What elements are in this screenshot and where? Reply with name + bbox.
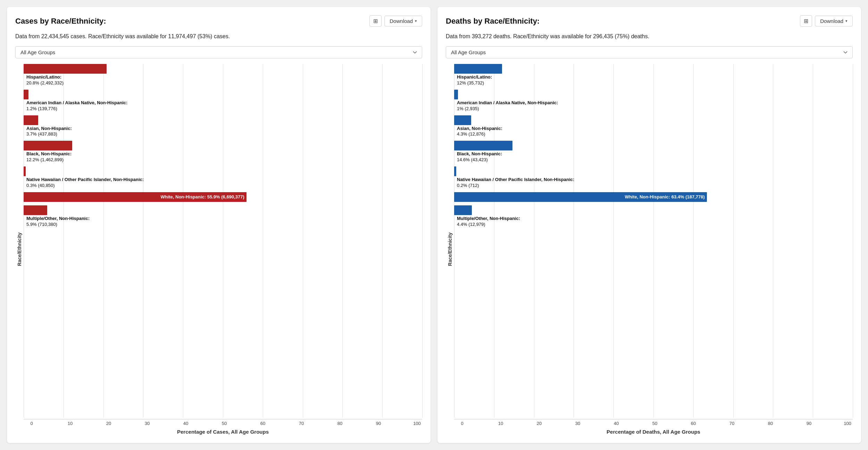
cases-chart-area: Race/Ethnicity Hispanic/Latino:20.8% (2,… [15, 64, 422, 435]
bar-row: American Indian / Alaska Native, Non-His… [24, 90, 422, 112]
deaths-bars-with-grid: Hispanic/Latino:12% (35,732)American Ind… [454, 64, 853, 418]
x-tick: 0 [457, 419, 467, 426]
bar-wrapper: Multiple/Other, Non-Hispanic:5.9% (710,3… [24, 205, 422, 228]
x-tick: 40 [611, 419, 621, 426]
bar-label-text: Native Hawaiian / Other Pacific Islander… [457, 176, 853, 189]
bar-wrapper: Asian, Non-Hispanic:3.7% (437,883) [24, 115, 422, 138]
x-tick: 30 [142, 419, 152, 426]
bar-row: Black, Non-Hispanic:12.2% (1,462,899) [24, 141, 422, 163]
bar [454, 115, 471, 125]
bar-label-text: Hispanic/Latino:20.8% (2,492,332) [26, 74, 422, 86]
bar: White, Non-Hispanic: 63.4% (187,778) [454, 192, 707, 202]
cases-age-select[interactable]: All Age Groups [15, 46, 422, 58]
deaths-y-axis-label: Race/Ethnicity [446, 232, 454, 266]
deaths-panel-header: Deaths by Race/Ethnicity: ⊞ Download ▾ [446, 15, 853, 27]
cases-x-axis-label: Percentage of Cases, All Age Groups [24, 429, 422, 435]
x-tick: 30 [573, 419, 583, 426]
x-tick: 100 [412, 419, 422, 426]
bar-wrapper: American Indian / Alaska Native, Non-His… [24, 90, 422, 112]
x-tick: 10 [495, 419, 506, 426]
x-tick: 50 [219, 419, 229, 426]
bar [24, 205, 47, 215]
x-tick: 60 [258, 419, 268, 426]
bar [24, 64, 107, 74]
bar [454, 205, 472, 215]
x-tick: 70 [296, 419, 307, 426]
x-tick: 90 [804, 419, 814, 426]
bar-wrapper: Black, Non-Hispanic:12.2% (1,462,899) [24, 141, 422, 163]
bar [24, 115, 38, 125]
bar-row: Asian, Non-Hispanic:3.7% (437,883) [24, 115, 422, 138]
bar-label-text: American Indian / Alaska Native, Non-His… [457, 99, 853, 112]
cases-age-filter-wrapper: All Age Groups [15, 46, 422, 58]
x-tick: 60 [688, 419, 699, 426]
deaths-age-select[interactable]: All Age Groups [446, 46, 853, 58]
cases-x-axis: 0102030405060708090100 [24, 419, 422, 426]
deaths-download-button[interactable]: Download ▾ [815, 16, 853, 26]
bar [454, 90, 458, 99]
cases-table-icon-button[interactable]: ⊞ [369, 15, 382, 27]
x-tick: 10 [65, 419, 75, 426]
deaths-description: Data from 393,272 deaths. Race/Ethnicity… [446, 32, 853, 41]
x-tick: 90 [373, 419, 384, 426]
bar-row: Hispanic/Latino:12% (35,732) [454, 64, 853, 86]
bar-row: White, Non-Hispanic: 63.4% (187,778) [454, 192, 853, 202]
bar [454, 141, 512, 150]
bar-wrapper: Asian, Non-Hispanic:4.3% (12,876) [454, 115, 853, 138]
x-tick: 80 [765, 419, 776, 426]
deaths-chart-area: Race/Ethnicity Hispanic/Latino:12% (35,7… [446, 64, 853, 435]
deaths-download-label: Download [820, 18, 843, 24]
cases-y-axis-label: Race/Ethnicity [15, 232, 24, 266]
bar-wrapper: Hispanic/Latino:12% (35,732) [454, 64, 853, 86]
cases-header-controls: ⊞ Download ▾ [369, 15, 422, 27]
deaths-chart-content: Hispanic/Latino:12% (35,732)American Ind… [454, 64, 853, 435]
x-tick: 100 [842, 419, 853, 426]
bar-wrapper: White, Non-Hispanic: 55.9% (6,690,377) [24, 192, 422, 202]
deaths-header-controls: ⊞ Download ▾ [800, 15, 853, 27]
cases-panel-header: Cases by Race/Ethnicity: ⊞ Download ▾ [15, 15, 422, 27]
bar-wrapper: Multiple/Other, Non-Hispanic:4.4% (12,97… [454, 205, 853, 228]
deaths-download-chevron-icon: ▾ [845, 19, 848, 23]
bar-wrapper: Black, Non-Hispanic:14.6% (43,423) [454, 141, 853, 163]
bar [24, 141, 72, 150]
x-tick: 70 [727, 419, 737, 426]
bar-row: Multiple/Other, Non-Hispanic:5.9% (710,3… [24, 205, 422, 228]
cases-download-label: Download [390, 18, 413, 24]
bar-row: Black, Non-Hispanic:14.6% (43,423) [454, 141, 853, 163]
x-tick: 20 [534, 419, 544, 426]
x-tick: 40 [181, 419, 191, 426]
x-tick: 80 [335, 419, 345, 426]
bar-wrapper: American Indian / Alaska Native, Non-His… [454, 90, 853, 112]
deaths-table-icon: ⊞ [804, 18, 808, 24]
bar-row: Hispanic/Latino:20.8% (2,492,332) [24, 64, 422, 86]
bar-label-text: Asian, Non-Hispanic:3.7% (437,883) [26, 125, 422, 138]
bar [454, 64, 502, 74]
bar-row: Asian, Non-Hispanic:4.3% (12,876) [454, 115, 853, 138]
cases-description: Data from 22,434,545 cases. Race/Ethnici… [15, 32, 422, 41]
bar-wrapper: Native Hawaiian / Other Pacific Islander… [24, 166, 422, 189]
bar-label-text: Black, Non-Hispanic:14.6% (43,423) [457, 150, 853, 163]
bar-label-text: Native Hawaiian / Other Pacific Islander… [26, 176, 422, 189]
deaths-panel: Deaths by Race/Ethnicity: ⊞ Download ▾ D… [437, 7, 861, 443]
deaths-x-axis: 0102030405060708090100 [454, 419, 853, 426]
bar-wrapper: White, Non-Hispanic: 63.4% (187,778) [454, 192, 853, 202]
grid-line [853, 64, 853, 418]
x-tick: 0 [26, 419, 37, 426]
bar-wrapper: Native Hawaiian / Other Pacific Islander… [454, 166, 853, 189]
bar [454, 166, 456, 176]
grid-line [422, 64, 423, 418]
bar-wrapper: Hispanic/Latino:20.8% (2,492,332) [24, 64, 422, 86]
bar [24, 90, 28, 99]
bar [24, 166, 26, 176]
cases-panel-title: Cases by Race/Ethnicity: [15, 17, 106, 26]
table-icon: ⊞ [373, 18, 378, 24]
bar-label-text: Asian, Non-Hispanic:4.3% (12,876) [457, 125, 853, 138]
bar-row: Multiple/Other, Non-Hispanic:4.4% (12,97… [454, 205, 853, 228]
cases-download-button[interactable]: Download ▾ [384, 16, 422, 26]
deaths-table-icon-button[interactable]: ⊞ [800, 15, 812, 27]
bar-label-inside: White, Non-Hispanic: 55.9% (6,690,377) [160, 194, 244, 199]
cases-bars-with-grid: Hispanic/Latino:20.8% (2,492,332)America… [24, 64, 422, 418]
x-tick: 50 [650, 419, 660, 426]
bar-row: Native Hawaiian / Other Pacific Islander… [454, 166, 853, 189]
cases-download-chevron-icon: ▾ [415, 19, 417, 23]
